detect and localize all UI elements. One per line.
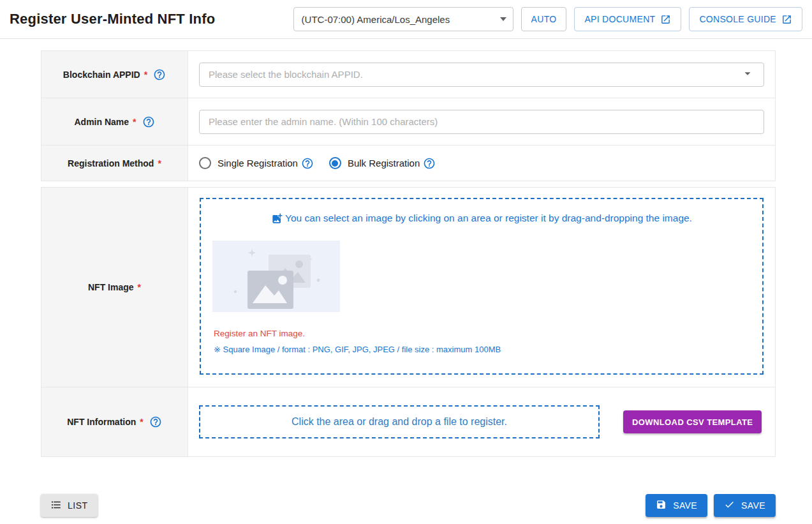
required-marker: * [133,117,136,127]
timezone-select[interactable]: (UTC-07:00) America/Los_Angeles [293,7,513,31]
registration-method-content-cell: Single Registration Bulk Registration [188,146,775,181]
footer-actions: LIST SAVE SAVE [41,494,776,517]
help-icon[interactable] [153,68,166,81]
row-blockchain-appid: Blockchain APPID * Please select the blo… [41,51,775,98]
blockchain-appid-placeholder: Please select the blockchain APPID. [209,69,363,80]
save-label: SAVE [741,500,765,511]
save-draft-button[interactable]: SAVE [646,494,707,517]
nft-image-label-cell: NFT Image * [41,188,188,387]
save-draft-label: SAVE [673,500,697,511]
list-button[interactable]: LIST [41,494,98,517]
blockchain-appid-select[interactable]: Please select the blockchain APPID. [199,63,764,87]
console-guide-label: CONSOLE GUIDE [699,14,776,24]
registration-method-label: Registration Method [68,158,154,168]
required-marker: * [140,417,143,427]
help-icon[interactable] [301,157,314,170]
list-button-label: LIST [68,500,88,511]
nft-image-format-hint: ※ Square Image / format : PNG, GIF, JPG,… [214,345,762,354]
blockchain-appid-content-cell: Please select the blockchain APPID. [188,51,775,98]
required-marker: * [158,158,161,168]
radio-checked-icon [329,157,341,169]
admin-name-input[interactable] [199,110,764,134]
required-marker: * [138,282,141,292]
row-nft-information: NFT Information * Click the area or drag… [41,387,775,456]
nft-image-dropzone[interactable]: You can select an image by clicking on a… [200,198,764,375]
registration-method-label-cell: Registration Method * [41,146,188,181]
nft-information-dropzone[interactable]: Click the area or drag and drop a file t… [199,405,600,438]
row-nft-image: NFT Image * You can select an image by c… [41,188,775,387]
page-title: Register User-Minted NFT Info [10,11,215,27]
save-disk-icon [656,499,667,512]
list-icon [50,499,62,513]
console-guide-button[interactable]: CONSOLE GUIDE [689,7,802,31]
blockchain-appid-label-cell: Blockchain APPID * [41,51,188,98]
api-document-label: API DOCUMENT [584,14,655,24]
header-actions: (UTC-07:00) America/Los_Angeles AUTO API… [293,7,802,31]
external-link-icon [781,14,792,25]
nft-register-form: Blockchain APPID * Please select the blo… [41,50,776,457]
radio-unchecked-icon [199,157,211,169]
check-icon [724,499,735,512]
help-icon[interactable] [149,415,162,428]
form-table-nft: NFT Image * You can select an image by c… [41,187,776,457]
admin-name-label-cell: Admin Name * [41,98,188,145]
nft-image-label: NFT Image [88,282,134,292]
page-header: Register User-Minted NFT Info (UTC-07:00… [0,0,812,39]
api-document-button[interactable]: API DOCUMENT [574,7,681,31]
admin-name-label: Admin Name [74,117,129,127]
external-link-icon [660,14,671,25]
help-icon[interactable] [423,157,436,170]
registration-method-radio-group: Single Registration Bulk Registration [199,157,436,170]
add-photo-icon [271,213,283,227]
row-admin-name: Admin Name * [41,98,775,146]
help-icon[interactable] [142,116,155,128]
timezone-select-value: (UTC-07:00) America/Los_Angeles [302,14,450,25]
download-csv-template-label: DOWNLOAD CSV TEMPLATE [632,417,753,427]
download-csv-template-button[interactable]: DOWNLOAD CSV TEMPLATE [623,410,762,433]
admin-name-content-cell [188,98,775,145]
form-table-basic: Blockchain APPID * Please select the blo… [41,50,776,181]
nft-image-dropzone-header: You can select an image by clicking on a… [201,213,762,227]
footer-save-group: SAVE SAVE [646,494,776,517]
radio-bulk-registration[interactable]: Bulk Registration [329,157,436,170]
chevron-down-icon [500,17,506,21]
nft-image-dropzone-text: You can select an image by clicking on a… [285,213,692,224]
nft-information-dropzone-text: Click the area or drag and drop a file t… [292,416,507,428]
required-marker: * [144,70,147,80]
auto-button[interactable]: AUTO [521,7,567,31]
nft-image-validation-text: Register an NFT image. [214,329,762,338]
nft-image-content-cell: You can select an image by clicking on a… [188,188,775,387]
blockchain-appid-label: Blockchain APPID [63,70,140,80]
dropdown-arrow-icon [741,66,755,83]
nft-information-label-cell: NFT Information * [41,387,188,456]
radio-bulk-registration-label: Bulk Registration [348,158,420,168]
save-button[interactable]: SAVE [714,494,776,517]
nft-information-label: NFT Information [67,417,136,427]
nft-information-content-cell: Click the area or drag and drop a file t… [188,387,775,456]
radio-single-registration-label: Single Registration [218,158,298,168]
row-registration-method: Registration Method * Single Registratio… [41,146,775,181]
auto-button-label: AUTO [531,14,557,24]
radio-single-registration[interactable]: Single Registration [199,157,314,170]
nft-image-preview-placeholder [212,241,340,312]
